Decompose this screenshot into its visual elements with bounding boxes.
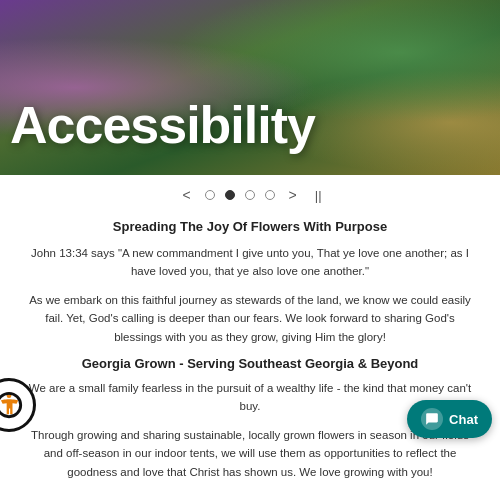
- carousel-dot-1[interactable]: [205, 190, 215, 200]
- hero-title: Accessibility: [10, 95, 315, 155]
- carousel-dot-3[interactable]: [245, 190, 255, 200]
- carousel-pause-button[interactable]: ||: [315, 188, 322, 203]
- paragraph4: Through growing and sharing sustainable,…: [28, 426, 472, 481]
- section2-title: Georgia Grown - Serving Southeast Georgi…: [28, 356, 472, 371]
- carousel-dot-4[interactable]: [265, 190, 275, 200]
- chat-bubble-icon: [425, 412, 439, 426]
- content-section: Spreading The Joy Of Flowers With Purpos…: [0, 213, 500, 500]
- hero-section: Accessibility: [0, 0, 500, 175]
- carousel-next-button[interactable]: >: [285, 185, 301, 205]
- paragraph2: As we embark on this faithful journey as…: [28, 291, 472, 346]
- chat-label: Chat: [449, 412, 478, 427]
- chat-icon: [421, 408, 443, 430]
- section1-title: Spreading The Joy Of Flowers With Purpos…: [28, 219, 472, 234]
- carousel-prev-button[interactable]: <: [178, 185, 194, 205]
- paragraph3: We are a small family fearless in the pu…: [28, 379, 472, 416]
- chat-button[interactable]: Chat: [407, 400, 492, 438]
- carousel-dot-2[interactable]: [225, 190, 235, 200]
- accessibility-icon: [0, 391, 23, 419]
- carousel-controls: < > ||: [0, 175, 500, 213]
- paragraph1: John 13:34 says "A new commandment I giv…: [28, 244, 472, 281]
